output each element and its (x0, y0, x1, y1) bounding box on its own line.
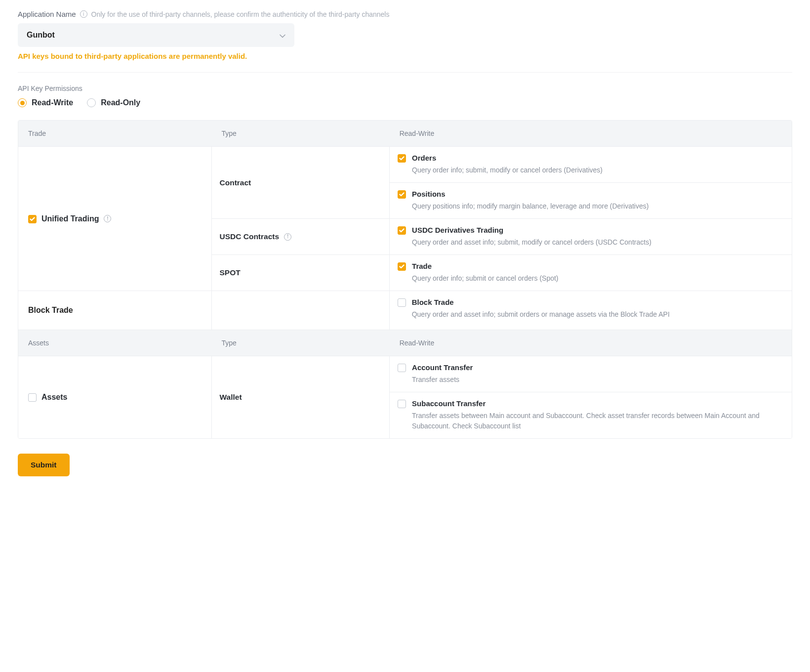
table-header-trade: Trade Type Read-Write (18, 121, 792, 146)
table-header-assets: Assets Type Read-Write (18, 330, 792, 356)
header-col-trade: Trade (18, 121, 212, 146)
radio-read-only-label: Read-Only (101, 98, 140, 107)
submit-button[interactable]: Submit (18, 454, 70, 476)
header-col-rw2: Read-Write (390, 330, 792, 356)
radio-read-write[interactable]: Read-Write (18, 98, 73, 107)
row-block-trade: Block Trade Block Trade Query order and … (18, 291, 792, 330)
radio-indicator-checked (18, 98, 27, 107)
app-name-select[interactable]: Gunbot (18, 23, 294, 47)
checkbox-account-transfer[interactable] (398, 364, 406, 372)
checkbox-spot-trade[interactable] (398, 262, 406, 271)
checkbox-usdc-deriv[interactable] (398, 226, 406, 235)
info-icon: ! (104, 215, 111, 222)
radio-read-only[interactable]: Read-Only (87, 98, 140, 107)
app-name-hint: Only for the use of third-party channels… (91, 10, 390, 18)
type-usdc-contracts-label: USDC Contracts (220, 232, 280, 241)
checkbox-unified-trading[interactable] (28, 215, 37, 223)
api-key-notice: API keys bound to third-party applicatio… (18, 52, 792, 60)
permissions-section-label: API Key Permissions (18, 84, 792, 92)
row-unified-trading: Unified Trading ! Contract Orders Query (18, 146, 792, 291)
checkbox-assets[interactable] (28, 393, 37, 402)
header-col-type2: Type (212, 330, 390, 356)
radio-read-write-label: Read-Write (32, 98, 73, 107)
checkbox-block-trade[interactable] (398, 298, 406, 307)
perm-spot-trade-label: Trade (412, 262, 558, 270)
radio-indicator-unchecked (87, 98, 96, 107)
unified-trading-label: Unified Trading (41, 214, 99, 223)
perm-spot-trade-desc: Query order info; submit or cancel order… (412, 273, 558, 284)
perm-account-transfer-label: Account Transfer (412, 363, 473, 372)
chevron-down-icon (280, 31, 285, 40)
row-assets: Assets Wallet Account Transfer Transfer … (18, 356, 792, 438)
perm-usdc-deriv-desc: Query order and asset info; submit, modi… (412, 237, 651, 248)
perm-account-transfer-desc: Transfer assets (412, 375, 473, 385)
assets-label: Assets (41, 393, 67, 402)
block-trade-label: Block Trade (28, 306, 73, 315)
perm-block-trade-desc: Query order and asset info; submit order… (412, 309, 670, 320)
perm-subaccount-transfer-label: Subaccount Transfer (412, 399, 784, 408)
info-icon: ! (284, 233, 291, 241)
perm-subaccount-transfer-desc: Transfer assets between Main account and… (412, 411, 784, 431)
perm-orders-desc: Query order info; submit, modify or canc… (412, 165, 603, 175)
info-icon: i (80, 10, 87, 18)
checkbox-orders[interactable] (398, 154, 406, 163)
type-contract-label: Contract (220, 178, 251, 187)
perm-usdc-deriv-label: USDC Derivatives Trading (412, 226, 651, 234)
header-col-assets: Assets (18, 330, 212, 356)
divider (18, 72, 792, 73)
type-spot-label: SPOT (220, 268, 241, 277)
header-col-rw: Read-Write (390, 121, 792, 146)
checkbox-subaccount-transfer[interactable] (398, 400, 406, 408)
app-name-value: Gunbot (27, 31, 55, 40)
perm-orders-label: Orders (412, 154, 603, 162)
perm-positions-label: Positions (412, 190, 648, 198)
perm-block-trade-label: Block Trade (412, 298, 670, 306)
permissions-table: Trade Type Read-Write Unified Trading ! … (18, 120, 792, 439)
perm-positions-desc: Query positions info; modify margin bala… (412, 201, 648, 211)
checkbox-positions[interactable] (398, 190, 406, 199)
header-col-type: Type (212, 121, 390, 146)
type-wallet-label: Wallet (220, 393, 242, 402)
app-name-label: Application Name (18, 10, 76, 18)
